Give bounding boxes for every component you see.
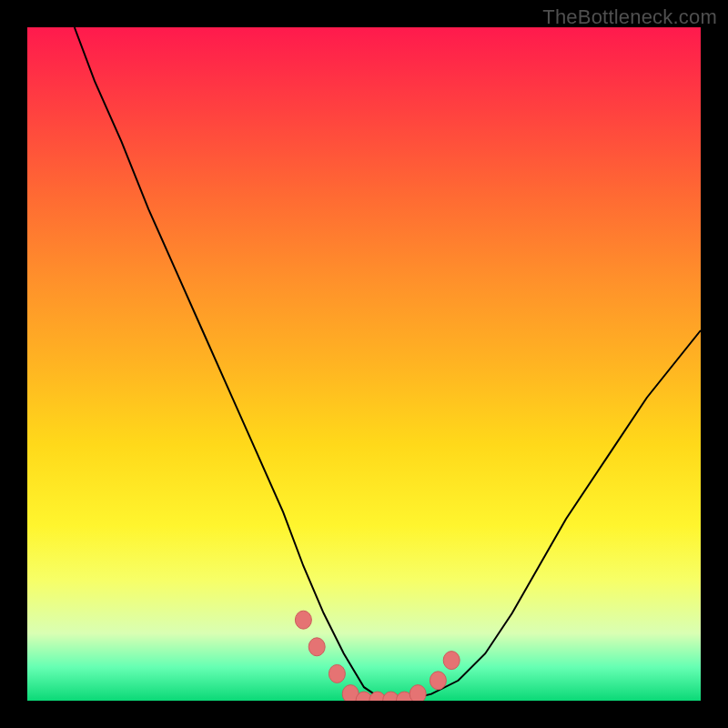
- chart-frame: TheBottleneck.com: [0, 0, 728, 728]
- curve-marker: [443, 652, 460, 670]
- curve-marker: [329, 664, 345, 682]
- bottleneck-curve: [75, 27, 701, 701]
- watermark-text: TheBottleneck.com: [542, 5, 717, 29]
- curve-marker: [430, 672, 446, 690]
- curve-layer: [27, 27, 701, 701]
- curve-marker: [308, 638, 325, 656]
- plot-area: [27, 27, 701, 701]
- curve-marker: [410, 685, 426, 701]
- curve-marker: [295, 611, 311, 629]
- marker-group: [295, 611, 460, 701]
